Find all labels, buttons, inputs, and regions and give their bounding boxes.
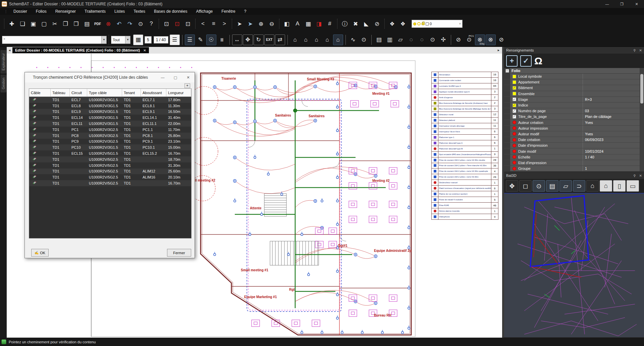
legend-row[interactable]: Arrêt d'urgence2 bbox=[432, 95, 498, 100]
folio-list-icon[interactable]: ≡ bbox=[209, 18, 219, 29]
property-row-ensemble[interactable]: Ensemble bbox=[504, 91, 644, 97]
table-row[interactable]: TD1ECL15U1000R2V/5G1.5TD1ECL15.216.70m bbox=[29, 150, 191, 156]
red-dot-icon[interactable] bbox=[513, 132, 516, 136]
measure-icon[interactable]: ◣ bbox=[361, 18, 371, 29]
next-folio-icon[interactable]: > bbox=[219, 18, 229, 29]
legend-row[interactable]: Interrupteur Va-et-Vient6 bbox=[432, 129, 498, 135]
legend-row[interactable]: Interrupteur simple allumage11 bbox=[432, 123, 498, 129]
checked-box-icon[interactable]: ✓ bbox=[513, 103, 516, 107]
insert-panel-icon[interactable]: ▦ bbox=[303, 18, 313, 29]
copy-icon[interactable]: ❐ bbox=[60, 18, 70, 29]
layers-transfer-icon[interactable]: ❖ bbox=[398, 18, 408, 29]
conduits-icon[interactable]: ||| bbox=[217, 34, 227, 45]
menu-affichage[interactable]: Affichage bbox=[192, 8, 217, 15]
move-all-icon[interactable]: ✥ bbox=[243, 34, 253, 45]
legend-row[interactable]: Poste de travail 4 modules5 bbox=[432, 197, 498, 203]
redo-icon[interactable]: ↷ bbox=[125, 18, 135, 29]
fit-view-icon[interactable]: ✥ bbox=[506, 180, 518, 192]
socket-etiq-icon[interactable]: ⊗Etiq bbox=[475, 34, 485, 45]
table-row[interactable]: TD1ECL7U1000R2V/3G1.5TD1ECL7.117.80m bbox=[29, 97, 191, 103]
house-levels-icon[interactable]: ⌂ bbox=[312, 34, 322, 45]
house-outline-icon[interactable]: ⌂ bbox=[586, 180, 599, 192]
property-value[interactable]: Yves bbox=[583, 131, 644, 137]
property-value[interactable]: 10/01/2024 bbox=[583, 148, 644, 154]
scale-box[interactable]: 1 / 40 bbox=[154, 36, 168, 44]
edit-symbol-icon[interactable]: ◨ bbox=[314, 18, 324, 29]
open-folder-icon[interactable]: ❏ bbox=[17, 18, 28, 29]
house-socket-icon[interactable]: ⌂ bbox=[290, 34, 300, 45]
previous-folio-icon[interactable]: < bbox=[198, 18, 208, 29]
menu-textes[interactable]: Textes bbox=[129, 8, 150, 15]
legend-row[interactable]: Détecteur mural12 bbox=[432, 112, 498, 118]
legend-row[interactable]: Prise de courant 16A 2 pôles + terre h0.… bbox=[432, 157, 498, 163]
checked-box-icon[interactable]: ✓ bbox=[513, 109, 516, 113]
window-plan-icon[interactable]: ⊡ bbox=[161, 18, 171, 29]
legend-row[interactable]: Platine de rue extérieur (portier)1 bbox=[432, 191, 498, 197]
property-value[interactable]: R+3 bbox=[583, 97, 644, 102]
legend-row[interactable]: Applique murale décorative type A3 bbox=[432, 89, 498, 95]
column-header-c-ble[interactable]: Câble bbox=[29, 89, 51, 96]
legend-row[interactable]: Prise RJ4546 bbox=[432, 203, 498, 208]
property-row-indice[interactable]: ✓Indice bbox=[504, 102, 644, 108]
undo-icon[interactable]: ↶ bbox=[114, 18, 124, 29]
stop-icon[interactable]: ⊙ bbox=[136, 18, 146, 29]
chevron-down-icon[interactable]: ˅ bbox=[459, 22, 461, 25]
red-dot-icon[interactable] bbox=[513, 167, 516, 170]
property-row-date-cr-ation[interactable]: Date création06/09/2023 bbox=[504, 137, 644, 143]
validate-properties-button[interactable]: ✓ bbox=[520, 55, 532, 67]
pin-icon[interactable]: ⚲ bbox=[633, 174, 636, 178]
property-row-auteur-impression[interactable]: Auteur impression bbox=[504, 126, 644, 131]
delete-icon[interactable]: ✖ bbox=[351, 18, 361, 29]
cancel-icon[interactable]: ⊗ bbox=[103, 18, 113, 29]
legend-row[interactable]: Alimentation16 bbox=[432, 72, 498, 78]
information-icon[interactable]: ⓘ bbox=[340, 18, 350, 29]
paste-icon[interactable]: ❒ bbox=[71, 18, 81, 29]
show-walls-3d-icon[interactable]: ▤ bbox=[546, 180, 558, 192]
color-box-icon[interactable] bbox=[513, 75, 516, 78]
dialog-minimize-icon[interactable]: — bbox=[156, 72, 169, 82]
table-row[interactable]: TD1U1000R2V/5G2.5TD1ALIM1620.10m bbox=[29, 174, 191, 180]
scope-combo[interactable]: Tout ▼ bbox=[111, 36, 130, 44]
property-value[interactable] bbox=[583, 126, 644, 131]
add-property-button[interactable]: + bbox=[506, 55, 518, 67]
minimize-button[interactable]: — bbox=[600, 0, 614, 8]
hide-elements-icon[interactable]: ⊘ bbox=[372, 18, 382, 29]
show-trays-3d-icon[interactable]: ▱ bbox=[559, 180, 572, 192]
select-marquee-icon[interactable]: ▢ bbox=[39, 18, 49, 29]
table-row[interactable]: TD1ECL14U1000R2V/3G1.5TD1ECL14.131.40m bbox=[29, 115, 191, 121]
scope-dropdown-icon[interactable]: ▼ bbox=[125, 36, 130, 44]
property-value[interactable] bbox=[583, 91, 644, 96]
bracket-socket-icon[interactable]: ⊙ bbox=[359, 34, 369, 45]
dialog-title-bar[interactable]: Tronçon cheminement CFO Référence [CH200… bbox=[25, 72, 195, 82]
zoom-out-cursor-icon[interactable]: ⊖ bbox=[267, 18, 277, 29]
table-row[interactable]: TD1PC1U1000R2V/3G2.5TD1PC1.111.70m bbox=[29, 127, 191, 133]
table-row[interactable]: TD1U1000R2V/5G2.5TD1ALIM1225.60m bbox=[29, 168, 191, 175]
menu-item[interactable]: ? bbox=[240, 8, 251, 15]
tab-scroll-left-icon[interactable]: ◄ bbox=[7, 49, 12, 52]
legend-row[interactable]: Bloc Autonome Eclairage de Sécurité (Bal… bbox=[432, 106, 498, 112]
text-search-combo[interactable]: " ▼ bbox=[2, 36, 107, 44]
legend-row[interactable]: Détecteur plafond11 bbox=[432, 118, 498, 123]
property-row-num-ro-de-page[interactable]: ✓Numéro de page03 bbox=[504, 108, 644, 114]
property-row-groupe[interactable]: Groupe1 bbox=[504, 166, 644, 171]
table-row[interactable]: TD1PC10U1000R2V/3G1.5TD1PC10.115.00m bbox=[29, 144, 191, 150]
property-row-b-timent[interactable]: ✓Bâtiment bbox=[504, 85, 644, 91]
fan-rotation-icon[interactable]: ✣ bbox=[438, 34, 448, 45]
socket-pc1-icon[interactable]: ⊙PC1 bbox=[464, 34, 474, 45]
menu-fen-tre[interactable]: Fenêtre bbox=[217, 8, 239, 15]
cable-list-detail-icon[interactable]: ▥ bbox=[385, 34, 395, 45]
house-open-icon[interactable]: ⌂ bbox=[301, 34, 311, 45]
cable-tray-icon[interactable]: ▱ bbox=[395, 34, 406, 45]
property-value[interactable] bbox=[583, 160, 644, 165]
property-value[interactable]: Yves bbox=[583, 120, 644, 125]
cursor-zone-icon[interactable]: ➤ bbox=[245, 18, 255, 29]
menu-dossier[interactable]: Dossier bbox=[9, 8, 32, 15]
table-row[interactable]: TD1PC8U1000R2V/3G2.5TD1PC8.125.80m bbox=[29, 133, 191, 139]
column-header-tenant[interactable]: Tenant bbox=[122, 89, 141, 96]
layer-combo[interactable]: 0˅ bbox=[412, 20, 463, 28]
legend-row[interactable]: Prise de courant 16A 2 pôles + Terre éta… bbox=[432, 163, 498, 169]
menu-renseigner[interactable]: Renseigner bbox=[51, 8, 80, 15]
node-hidden-icon[interactable]: ⊗ bbox=[486, 34, 496, 45]
window-info-icon[interactable]: ⊡ bbox=[183, 18, 193, 29]
red-dot-icon[interactable] bbox=[513, 161, 516, 164]
